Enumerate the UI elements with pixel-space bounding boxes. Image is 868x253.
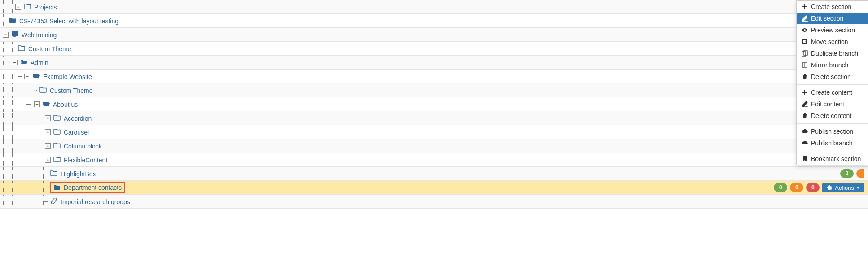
menu-item-label: Edit section xyxy=(811,15,843,22)
chevron-down-icon xyxy=(856,187,860,189)
folder-open-icon xyxy=(43,100,50,107)
plus-icon xyxy=(802,89,808,96)
folder-icon xyxy=(50,170,57,176)
node-label[interactable]: Projects xyxy=(34,4,57,11)
tree-label-area: −Example Website xyxy=(0,70,840,83)
tree-label-area: +Accordion xyxy=(0,111,840,125)
tree-row-accordion[interactable]: +Accordion0 xyxy=(0,111,868,125)
node-label[interactable]: Admin xyxy=(31,59,48,66)
tree-label-area: CS-74353 Select with layout testing xyxy=(0,14,840,27)
tree-row-carousel[interactable]: +Carousel0 xyxy=(0,125,868,139)
node-label[interactable]: Example Website xyxy=(43,73,92,80)
tree-label-area: +FlexibleContent xyxy=(0,153,840,166)
tree-row-aboutus[interactable]: −About us6 xyxy=(0,97,868,111)
menu-divider xyxy=(797,123,868,124)
node-label[interactable]: CS-74353 Select with layout testing xyxy=(19,17,118,25)
cloud-icon xyxy=(802,140,808,146)
menu-item-publish-section[interactable]: Publish section xyxy=(797,126,868,137)
tree-label-area: −Web training xyxy=(0,28,840,41)
collapse-toggle[interactable]: − xyxy=(12,60,18,65)
collapse-toggle[interactable]: − xyxy=(24,74,30,79)
expand-toggle[interactable]: + xyxy=(45,157,51,163)
folder-icon xyxy=(53,156,61,162)
tree-row-projects[interactable]: +Projects1 xyxy=(0,0,868,14)
tree-row-cs74353[interactable]: CS-74353 Select with layout testing1 xyxy=(0,14,868,28)
move-icon xyxy=(802,39,808,45)
tree-row-webtraining[interactable]: −Web training3 xyxy=(0,28,868,42)
tree-row-imperial[interactable]: Imperial research groups xyxy=(0,195,868,209)
menu-item-delete-content[interactable]: Delete content xyxy=(797,110,868,122)
menu-item-move-section[interactable]: Move section xyxy=(797,36,868,48)
menu-item-edit-section[interactable]: Edit section xyxy=(797,13,868,24)
menu-item-edit-content[interactable]: Edit content xyxy=(797,98,868,110)
status-badge-green: 0 xyxy=(774,183,787,192)
menu-item-publish-branch[interactable]: Publish branch xyxy=(797,137,868,149)
edit-icon xyxy=(802,15,808,22)
tree-label-area: Imperial research groups xyxy=(0,195,864,208)
menu-item-mirror-branch[interactable]: Mirror branch xyxy=(797,59,868,71)
eye-icon xyxy=(802,27,808,33)
node-label[interactable]: Custom Theme xyxy=(28,45,71,52)
trash-icon xyxy=(802,74,808,80)
row-badges: 000Actions xyxy=(774,183,868,192)
node-label[interactable]: Department contacts xyxy=(64,184,122,191)
node-label[interactable]: FlexibleContent xyxy=(64,157,107,164)
menu-item-label: Create content xyxy=(811,89,852,96)
status-badge-orange: 0 xyxy=(790,183,803,192)
menu-divider xyxy=(797,84,868,85)
node-label[interactable]: Web training xyxy=(22,31,57,39)
menu-item-label: Mirror branch xyxy=(811,61,848,69)
menu-item-label: Bookmark section xyxy=(811,155,861,162)
tree-row-highlightbox[interactable]: HighlightBox0 xyxy=(0,167,868,181)
menu-divider xyxy=(797,151,868,151)
actions-button[interactable]: Actions xyxy=(822,183,864,192)
menu-item-label: Edit content xyxy=(811,100,844,108)
tree-label-area: Custom Theme xyxy=(0,83,840,97)
folder-icon xyxy=(18,45,25,51)
cloud-icon xyxy=(802,128,808,135)
expand-toggle[interactable]: + xyxy=(45,129,51,135)
status-badge-red: 0 xyxy=(806,183,820,192)
link-icon xyxy=(50,198,57,204)
node-label[interactable]: Accordion xyxy=(64,115,92,122)
site-tree: +Projects1CS-74353 Select with layout te… xyxy=(0,0,868,209)
node-label[interactable]: Imperial research groups xyxy=(61,198,130,205)
tree-row-admin[interactable]: −Admin0 xyxy=(0,56,868,70)
folder-icon xyxy=(53,142,61,148)
menu-item-duplicate-branch[interactable]: Duplicate branch xyxy=(797,48,868,59)
node-label[interactable]: Carousel xyxy=(64,129,89,136)
menu-item-label: Preview section xyxy=(811,26,855,34)
node-label[interactable]: About us xyxy=(53,101,78,108)
collapse-toggle[interactable]: − xyxy=(34,101,40,107)
tree-row-customtheme2[interactable]: Custom Theme1 xyxy=(0,83,868,97)
collapse-toggle[interactable]: − xyxy=(3,32,9,38)
menu-item-create-content[interactable]: Create content xyxy=(797,87,868,98)
menu-item-create-section[interactable]: Create section xyxy=(797,1,868,13)
node-label[interactable]: Column block xyxy=(64,143,102,150)
menu-item-label: Delete content xyxy=(811,112,851,119)
menu-item-delete-section[interactable]: Delete section xyxy=(797,71,868,83)
tree-row-example[interactable]: −Example Website1 xyxy=(0,70,868,83)
menu-item-preview-section[interactable]: Preview section xyxy=(797,24,868,36)
folder-open-icon xyxy=(33,73,40,79)
menu-item-label: Duplicate branch xyxy=(811,50,858,57)
menu-item-label: Publish branch xyxy=(811,140,853,147)
tree-row-customtheme1[interactable]: Custom Theme0 xyxy=(0,42,868,56)
node-label[interactable]: Custom Theme xyxy=(50,87,92,94)
bookmark-icon xyxy=(802,156,808,162)
folder-icon xyxy=(24,3,31,9)
expand-toggle[interactable]: + xyxy=(45,143,51,149)
tree-row-columnblock[interactable]: +Column block0 xyxy=(0,139,868,153)
expand-toggle[interactable]: + xyxy=(45,115,51,121)
tree-row-deptcontacts[interactable]: Department contacts000Actions xyxy=(0,181,868,195)
tree-row-flexible[interactable]: +FlexibleContent0 xyxy=(0,153,868,167)
row-badges: 0 xyxy=(840,169,868,178)
menu-item-bookmark-section[interactable]: Bookmark section xyxy=(797,153,868,165)
expand-toggle[interactable]: + xyxy=(15,4,21,10)
folder-solid-icon xyxy=(9,17,16,23)
folder-icon xyxy=(53,128,61,135)
menu-item-label: Create section xyxy=(811,3,851,10)
tree-label-area: Custom Theme xyxy=(0,42,840,55)
edit-icon xyxy=(802,101,808,107)
node-label[interactable]: HighlightBox xyxy=(61,170,96,178)
